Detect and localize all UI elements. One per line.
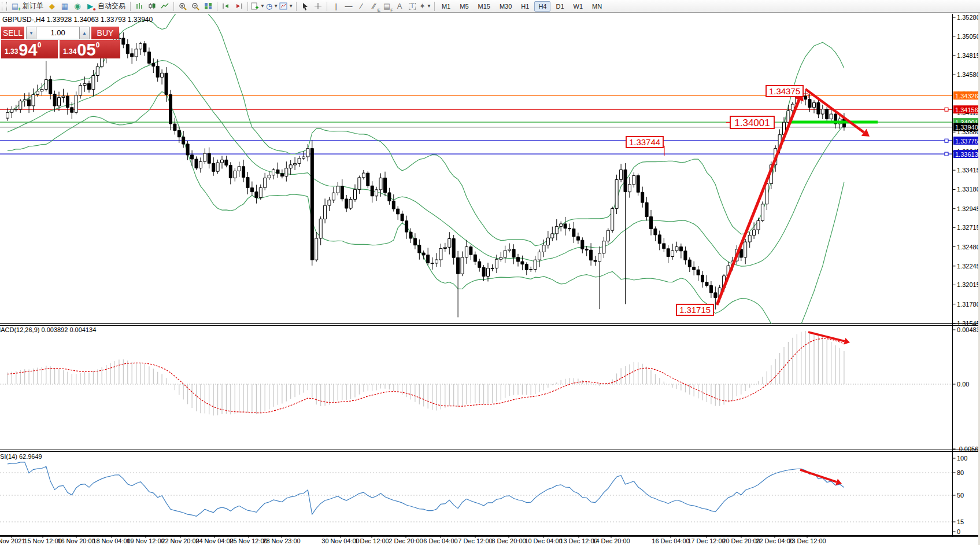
toolbar-separator [217, 2, 217, 11]
timeframe-button-mn[interactable]: MN [588, 1, 606, 12]
buy-quote-prefix: 1.34 [63, 47, 76, 56]
svg-text:1.35280: 1.35280 [957, 14, 980, 21]
svg-text:1.32480: 1.32480 [957, 244, 980, 251]
auto-scroll-icon[interactable] [220, 1, 232, 12]
timeframe-button-h1[interactable]: H1 [517, 1, 533, 12]
navigator-icon[interactable]: ◉ [72, 1, 83, 12]
sell-quote-big: 94 [19, 42, 37, 57]
timeframe-button-d1[interactable]: D1 [552, 1, 568, 12]
text-icon[interactable]: A [394, 1, 405, 12]
svg-text:1.34815: 1.34815 [957, 52, 980, 59]
timeframe-button-w1[interactable]: W1 [569, 1, 587, 12]
svg-text:16 Nov 20:00: 16 Nov 20:00 [57, 537, 95, 544]
bar-chart-icon[interactable] [134, 1, 145, 12]
periods-icon[interactable]: ◷▼ [266, 1, 278, 12]
chart-title: GBPUSD-,H4 1.33928 1.34063 1.33793 1.339… [2, 16, 153, 24]
market-watch-icon[interactable]: ◆ [46, 1, 58, 12]
timeframe-button-m15[interactable]: M15 [474, 1, 494, 12]
mt4-window: ▤+新订单◆▦◉▶●自动交易▼◷▼▼|—∕∕∕E▤FAT✦▼M1M5M15M30… [0, 0, 980, 545]
svg-text:Nov 2021: Nov 2021 [0, 537, 25, 544]
chevron-down-icon: ▼ [289, 4, 293, 9]
svg-text:30 Nov 04:00: 30 Nov 04:00 [321, 537, 359, 544]
svg-text:18 Nov 04:00: 18 Nov 04:00 [93, 537, 130, 544]
timeframe-button-m5[interactable]: M5 [456, 1, 472, 12]
svg-text:6 Dec 04:00: 6 Dec 04:00 [423, 537, 457, 544]
toolbar-separator [173, 2, 174, 11]
sell-button[interactable]: SELL [1, 27, 24, 39]
chevron-down-icon: ▼ [260, 4, 265, 9]
rsi-label: RSI(14) 62.9649 [0, 453, 42, 460]
buy-button[interactable]: BUY [91, 27, 119, 39]
arrows-icon[interactable]: ✦▼ [419, 1, 431, 12]
zoom-in-icon[interactable] [177, 1, 188, 12]
buy-quote[interactable]: 1.34 05 0 [60, 40, 120, 58]
svg-text:17 Dec 12:00: 17 Dec 12:00 [687, 537, 725, 544]
svg-text:8 Dec 20:00: 8 Dec 20:00 [491, 537, 526, 544]
svg-text:16 Dec 04:00: 16 Dec 04:00 [652, 537, 689, 544]
svg-text:7 Dec 12:00: 7 Dec 12:00 [458, 537, 492, 544]
timeframe-button-m30[interactable]: M30 [495, 1, 516, 12]
crosshair-icon[interactable] [312, 1, 324, 12]
svg-text:0.004838: 0.004838 [957, 326, 980, 333]
text-label-icon[interactable]: T [406, 1, 418, 12]
svg-text:19 Nov 12:00: 19 Nov 12:00 [127, 537, 164, 544]
svg-text:0: 0 [957, 528, 960, 535]
templates-icon[interactable]: ▼ [279, 1, 293, 12]
toolbar-separator [434, 2, 435, 11]
data-window-icon[interactable]: ▦ [59, 1, 71, 12]
svg-text:1.35050: 1.35050 [957, 33, 980, 40]
svg-text:28 Nov 23:00: 28 Nov 23:00 [262, 537, 300, 544]
new-order-button-label: 新订单 [23, 1, 43, 11]
svg-text:1.33415: 1.33415 [957, 167, 980, 174]
svg-text:1 Dec 12:00: 1 Dec 12:00 [354, 537, 389, 544]
fibonacci-icon[interactable]: ▤F [381, 1, 393, 12]
svg-text:24 Nov 04:00: 24 Nov 04:00 [195, 537, 233, 544]
svg-text:2 Dec 20:00: 2 Dec 20:00 [389, 537, 423, 544]
svg-text:20 Dec 20:00: 20 Dec 20:00 [722, 537, 760, 544]
sell-quote-prefix: 1.33 [5, 47, 18, 56]
svg-text:1.33613: 1.33613 [955, 151, 978, 158]
svg-text:1.34580: 1.34580 [957, 71, 980, 78]
autotrading-button-label: 自动交易 [98, 1, 125, 11]
autotrading-button[interactable]: ▶● [84, 1, 96, 12]
svg-text:0.00: 0.00 [957, 381, 969, 388]
volume-increase-button[interactable]: ▲ [79, 27, 90, 39]
zoom-out-icon[interactable] [190, 1, 201, 12]
toolbar-separator [247, 2, 248, 11]
volume-input[interactable]: 1.00 [36, 27, 79, 39]
buy-quote-sup: 0 [96, 41, 100, 49]
svg-text:1.34156: 1.34156 [955, 106, 978, 113]
trendline-icon[interactable]: ∕ [356, 1, 367, 12]
svg-text:1.33940: 1.33940 [955, 124, 978, 131]
chart-area[interactable]: 1.352801.350501.348151.345801.343451.341… [0, 0, 980, 545]
cursor-icon[interactable] [299, 1, 311, 12]
svg-text:1.33775: 1.33775 [955, 138, 978, 145]
tile-windows-icon[interactable] [202, 1, 214, 12]
toolbar-separator [296, 2, 297, 11]
svg-text:1.32245: 1.32245 [957, 263, 980, 270]
svg-text:23 Dec 12:00: 23 Dec 12:00 [788, 537, 826, 544]
svg-text:50: 50 [957, 492, 964, 499]
svg-text:14 Dec 20:00: 14 Dec 20:00 [592, 537, 630, 544]
horizontal-line-icon[interactable]: — [343, 1, 354, 12]
svg-text:100: 100 [957, 455, 967, 462]
sell-quote[interactable]: 1.33 94 0 [1, 40, 58, 58]
candlestick-chart-icon[interactable] [146, 1, 158, 12]
equidistant-channel-icon[interactable]: ∕∕E [368, 1, 380, 12]
toolbar-separator [327, 2, 327, 11]
svg-text:80: 80 [957, 469, 964, 476]
sell-quote-sup: 0 [38, 41, 42, 49]
macd-label: MACD(12,26,9) 0.003892 0.004134 [0, 326, 96, 333]
main-toolbar: ▤+新订单◆▦◉▶●自动交易▼◷▼▼|—∕∕∕E▤FAT✦▼M1M5M15M30… [0, 0, 980, 13]
volume-decrease-button[interactable]: ▼ [26, 27, 36, 39]
indicators-icon[interactable]: ▼ [251, 1, 265, 12]
buy-quote-big: 05 [77, 42, 95, 57]
vertical-line-icon[interactable]: | [330, 1, 342, 12]
new-order-button[interactable]: ▤+ [9, 1, 21, 12]
timeframe-button-h4[interactable]: H4 [534, 1, 550, 12]
line-chart-icon[interactable] [159, 1, 171, 12]
chart-shift-icon[interactable] [233, 1, 245, 12]
timeframe-button-m1[interactable]: M1 [438, 1, 454, 12]
toolbar-separator [130, 2, 131, 11]
svg-text:1.32945: 1.32945 [957, 205, 980, 212]
